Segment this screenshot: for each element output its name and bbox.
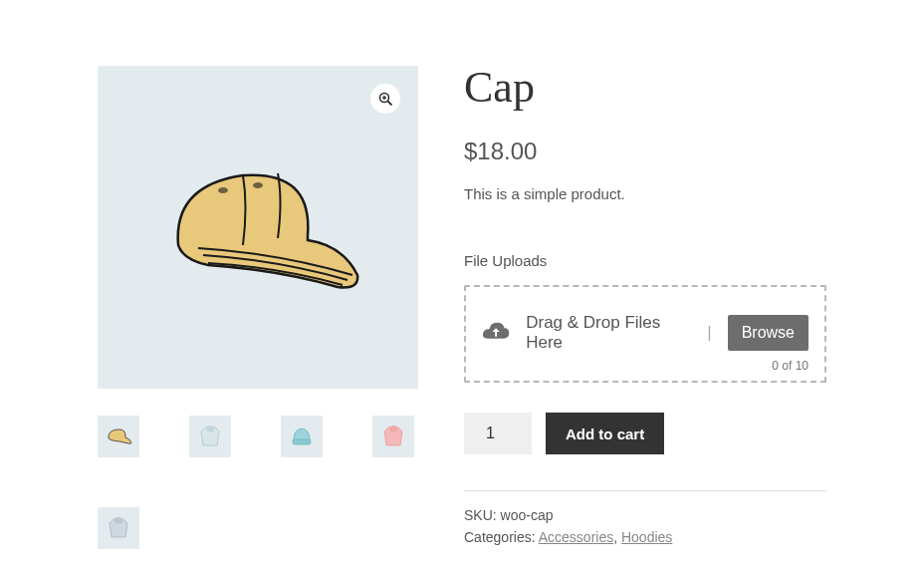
svg-point-6 <box>206 427 214 432</box>
svg-line-3 <box>387 101 391 105</box>
dropzone-divider: | <box>707 323 711 343</box>
category-separator: , <box>613 529 621 545</box>
product-description: This is a simple product. <box>464 185 826 202</box>
categories-label: Categories: <box>464 529 539 545</box>
zoom-icon[interactable] <box>370 84 400 114</box>
thumb-hoodie-light[interactable] <box>189 416 231 457</box>
meta-divider <box>464 490 826 491</box>
file-dropzone[interactable]: Drag & Drop Files Here | Browse 0 of 10 <box>464 285 826 383</box>
category-link-hoodies[interactable]: Hoodies <box>621 529 672 545</box>
product-price: $18.00 <box>464 138 826 165</box>
browse-button[interactable]: Browse <box>728 315 808 351</box>
category-link-accessories[interactable]: Accessories <box>539 529 613 545</box>
cap-illustration <box>148 145 367 310</box>
upload-count: 0 of 10 <box>772 359 808 373</box>
cart-row: Add to cart <box>464 413 826 454</box>
svg-point-1 <box>253 182 263 188</box>
main-product-image[interactable] <box>98 66 418 389</box>
svg-rect-7 <box>293 439 311 444</box>
sku-line: SKU: woo-cap <box>464 507 826 523</box>
file-uploads-label: File Uploads <box>464 252 826 269</box>
svg-point-0 <box>218 187 228 193</box>
thumb-hoodie-pink[interactable] <box>372 416 414 457</box>
gallery-column <box>98 66 418 551</box>
add-to-cart-button[interactable]: Add to cart <box>546 413 664 454</box>
dropzone-text: Drag & Drop Files Here <box>526 313 691 353</box>
thumb-hoodie-grey[interactable] <box>98 507 139 549</box>
sku-value: woo-cap <box>501 507 554 523</box>
thumb-cap[interactable] <box>98 416 139 457</box>
product-page: Cap $18.00 This is a simple product. Fil… <box>0 0 924 551</box>
sku-label: SKU: <box>464 507 501 523</box>
product-details: Cap $18.00 This is a simple product. Fil… <box>464 66 826 551</box>
dropzone-content: Drag & Drop Files Here | Browse <box>482 313 808 353</box>
product-title: Cap <box>464 66 826 110</box>
cloud-upload-icon <box>482 321 510 345</box>
svg-point-9 <box>115 519 122 524</box>
categories-line: Categories: Accessories, Hoodies <box>464 529 826 545</box>
thumbnail-row <box>98 416 418 549</box>
svg-point-8 <box>389 427 397 432</box>
quantity-stepper[interactable] <box>464 413 532 454</box>
thumb-beanie[interactable] <box>281 416 323 457</box>
